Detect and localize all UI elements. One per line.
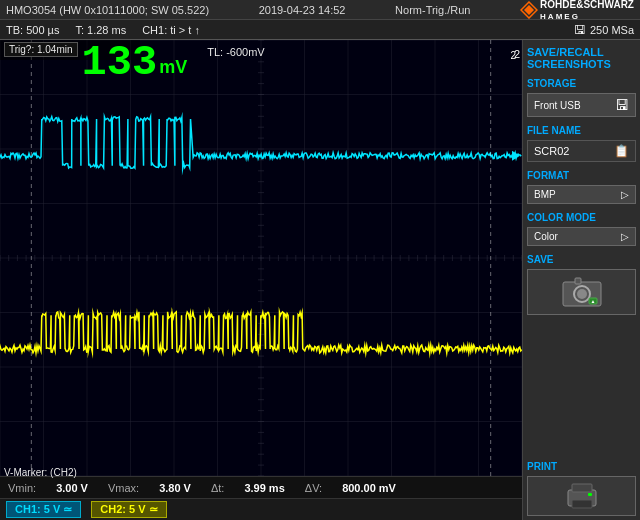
scope-canvas bbox=[0, 40, 522, 520]
format-section-title: FORMAT bbox=[527, 170, 636, 181]
datetime-label: 2019-04-23 14:52 bbox=[259, 4, 346, 16]
dv-label: ΔV: bbox=[305, 482, 322, 494]
second-bar: TB: 500 µs T: 1.28 ms CH1: ti > t ↑ 🖫 25… bbox=[0, 20, 640, 40]
logo-diamond-icon bbox=[520, 1, 538, 19]
dv-value: 800.00 mV bbox=[342, 482, 396, 494]
printer-icon bbox=[564, 482, 600, 510]
scope-area: Trig?: 1.04min 133 mV TL: -600mV 2 V-Mar… bbox=[0, 40, 522, 520]
svg-rect-11 bbox=[588, 493, 592, 496]
period-label: T: 1.28 ms bbox=[75, 24, 126, 36]
trigmode-label: Norm-Trig./Run bbox=[395, 4, 470, 16]
sample-rate: 🖫 250 MSa bbox=[574, 23, 634, 37]
dt-value: 3.99 ms bbox=[244, 482, 284, 494]
save-button[interactable]: ▲ bbox=[527, 269, 636, 315]
filename-section-title: FILE NAME bbox=[527, 125, 636, 136]
print-button[interactable] bbox=[527, 476, 636, 516]
usb-icon: 🖫 bbox=[615, 97, 629, 113]
format-value: BMP bbox=[534, 189, 556, 200]
storage-button[interactable]: Front USB 🖫 bbox=[527, 93, 636, 117]
model-info: HMO3054 (HW 0x10111000; SW 05.522) bbox=[6, 4, 209, 16]
colormode-button[interactable]: Color ▷ bbox=[527, 227, 636, 246]
vmin-label: Vmin: bbox=[8, 482, 36, 494]
dt-label: Δt: bbox=[211, 482, 224, 494]
svg-point-4 bbox=[577, 289, 587, 299]
right-panel: SAVE/RECALL SCREENSHOTS STORAGE Front US… bbox=[522, 40, 640, 520]
ch1-badge: CH1: 5 V ≃ bbox=[6, 501, 81, 518]
svg-rect-5 bbox=[575, 278, 581, 284]
save-section-title: SAVE bbox=[527, 254, 636, 265]
sample-rate-value: 250 MSa bbox=[590, 24, 634, 36]
rohde-logo: ROHDE&SCHWARZHAMEG bbox=[520, 0, 634, 21]
camera-save-icon: ▲ bbox=[561, 276, 603, 308]
storage-value: Front USB bbox=[534, 100, 581, 111]
ch1-trigger-label: CH1: ti > t ↑ bbox=[142, 24, 200, 36]
format-button[interactable]: BMP ▷ bbox=[527, 185, 636, 204]
edit-icon: 📋 bbox=[614, 144, 629, 158]
filename-row[interactable]: SCR02 📋 bbox=[527, 140, 636, 162]
measurements-row: Vmin: 3.00 V Vmax: 3.80 V Δt: 3.99 ms ΔV… bbox=[0, 476, 522, 498]
vmax-value: 3.80 V bbox=[159, 482, 191, 494]
svg-rect-10 bbox=[572, 500, 592, 508]
vmin-value: 3.00 V bbox=[56, 482, 88, 494]
timebase-label: TB: 500 µs bbox=[6, 24, 59, 36]
panel-title: SAVE/RECALL SCREENSHOTS bbox=[527, 46, 636, 70]
main-content: Trig?: 1.04min 133 mV TL: -600mV 2 V-Mar… bbox=[0, 40, 640, 520]
svg-rect-9 bbox=[572, 484, 592, 492]
model-label: HMO3054 bbox=[6, 4, 56, 16]
usb-icon: 🖫 bbox=[574, 23, 586, 37]
colormode-value: Color bbox=[534, 231, 558, 242]
print-section: PRINT bbox=[527, 457, 636, 516]
storage-section-title: STORAGE bbox=[527, 78, 636, 89]
svg-text:▲: ▲ bbox=[590, 298, 595, 304]
filename-value: SCR02 bbox=[534, 145, 569, 157]
colormode-section-title: COLOR MODE bbox=[527, 212, 636, 223]
ch2-badge: CH2: 5 V ≃ bbox=[91, 501, 166, 518]
chevron-right-icon2: ▷ bbox=[621, 231, 629, 242]
vmax-label: Vmax: bbox=[108, 482, 139, 494]
company-name: ROHDE&SCHWARZHAMEG bbox=[540, 0, 634, 21]
chevron-right-icon: ▷ bbox=[621, 189, 629, 200]
print-section-title: PRINT bbox=[527, 461, 636, 472]
hw-label: HW 0x10111000 bbox=[63, 4, 145, 16]
sw-label: SW 05.522 bbox=[151, 4, 205, 16]
ch-status-bar: CH1: 5 V ≃ CH2: 5 V ≃ bbox=[0, 498, 522, 520]
top-bar: HMO3054 (HW 0x10111000; SW 05.522) 2019-… bbox=[0, 0, 640, 20]
